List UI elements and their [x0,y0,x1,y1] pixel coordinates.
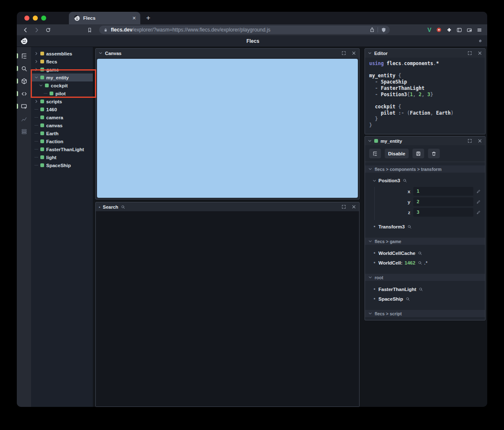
sidebar-toggle-icon[interactable] [457,27,462,33]
tab-close-icon[interactable]: ✕ [132,16,136,21]
search-icon[interactable] [419,287,423,291]
tables-rows-icon[interactable] [17,126,31,137]
entities-cube-icon[interactable] [17,76,31,87]
collapse-chevron-icon[interactable] [99,51,102,55]
save-button[interactable] [412,149,424,158]
flecs-logo-icon[interactable] [20,37,28,45]
tree-item-canvas[interactable]: canvas [31,121,93,129]
chevron-right-icon[interactable] [34,68,38,71]
search-icon[interactable] [406,297,410,301]
component-row-WorldCell[interactable]: •WorldCell:1462.* [373,260,482,266]
tree-item-1460[interactable]: 1460 [31,105,93,113]
edit-pencil-icon[interactable] [476,210,481,215]
back-icon[interactable] [23,27,28,33]
tree-item-my_entity[interactable]: my_entity [31,73,93,81]
component-sections: flecs > components > transformPosition3x… [365,162,485,320]
tree-item-SpaceShip[interactable]: SpaceShip [31,161,93,169]
brave-shield-icon[interactable] [381,27,386,33]
script-code-icon[interactable] [17,88,31,99]
browser-menu-icon[interactable] [477,27,482,33]
edit-pencil-icon[interactable] [476,199,481,204]
fullscreen-icon[interactable] [341,205,346,209]
field-value-input[interactable]: 3 [413,208,473,217]
tree-item-light[interactable]: light [31,153,93,161]
query-search-icon[interactable] [17,63,31,74]
section-header[interactable]: flecs > game [365,238,485,245]
tree-item-Earth[interactable]: Earth [31,129,93,137]
statistics-chart-icon[interactable] [17,113,31,124]
component-row-SpaceShip[interactable]: •SpaceShip [373,296,482,302]
tree-item-flecs[interactable]: flecs [31,58,93,66]
address-bar[interactable]: flecs.dev/explorer/?wasm=https://www.fle… [99,26,390,34]
reload-icon[interactable] [45,27,51,33]
tree-item-FasterThanLight[interactable]: FasterThanLight [31,145,93,153]
code-line: } [369,122,481,128]
fullscreen-icon[interactable] [341,51,346,55]
search-icon[interactable] [407,225,412,229]
chevron-right-icon[interactable] [34,60,38,63]
chevron-right-icon[interactable] [34,100,38,103]
component-row-Transform3[interactable]: •Transform3 [373,224,482,230]
tree-item-Faction[interactable]: Faction [31,137,93,145]
component-row-WorldCellCache[interactable]: •WorldCellCache [373,250,482,256]
search-icon[interactable] [418,261,422,265]
collapse-chevron-icon[interactable] [368,139,372,143]
chevron-right-icon[interactable] [34,52,38,55]
share-icon[interactable] [370,27,375,32]
disable-button[interactable]: Disable [385,149,409,158]
section-header[interactable]: root [365,274,485,281]
browser-tab-flecs[interactable]: Flecs ✕ [69,12,140,24]
wallet-icon[interactable] [467,27,472,33]
chevron-down-icon[interactable] [39,84,43,87]
entity-tree-icon[interactable] [17,50,31,61]
tree-item-game[interactable]: game [31,66,93,73]
bookmark-icon[interactable] [87,27,92,33]
delete-button[interactable] [428,149,440,158]
chevron-down-icon[interactable] [34,76,38,79]
new-tab-button[interactable]: + [146,14,150,22]
close-panel-icon[interactable] [478,139,482,143]
bullet-icon[interactable]: • [99,205,100,210]
section-header[interactable]: flecs > script [365,310,485,317]
bullet-icon[interactable]: • [373,250,376,256]
bullet-icon[interactable]: • [373,224,376,230]
extensions-puzzle-icon[interactable] [446,27,452,33]
vue-devtools-icon[interactable]: V [428,26,431,33]
field-value-input[interactable]: 1 [413,187,473,196]
tree-view-button[interactable] [369,149,381,158]
collapse-chevron-icon[interactable] [368,51,372,55]
code-line: my_entity { [369,73,481,79]
component-row-Position3[interactable]: Position3 [373,178,482,183]
search-icon[interactable] [403,178,407,183]
field-value-input[interactable]: 2 [413,197,473,206]
inspector-window-icon[interactable] [17,101,31,112]
close-panel-icon[interactable] [478,51,482,55]
minimize-window-button[interactable] [33,16,38,21]
tree-item-cockpit[interactable]: cockpit [31,81,93,89]
fullscreen-icon[interactable] [467,139,472,143]
share-link-icon[interactable] [478,38,483,44]
zoom-window-button[interactable] [41,16,46,21]
tree-item-assemblies[interactable]: assemblies [31,50,93,58]
edit-pencil-icon[interactable] [476,189,481,194]
tree-item-pilot[interactable]: pilot [31,89,93,97]
close-panel-icon[interactable] [352,51,356,55]
tree-item-camera[interactable]: camera [31,113,93,121]
search-icon[interactable] [121,205,125,209]
red-extension-icon[interactable] [436,27,442,33]
code-editor[interactable]: using flecs.components.*my_entity { - Sp… [365,58,485,134]
bullet-icon[interactable]: • [373,260,376,266]
bullet-icon[interactable]: • [373,296,376,302]
tree-item-scripts[interactable]: scripts [31,97,93,105]
component-row-FasterThanLight[interactable]: •FasterThanLight [373,286,482,292]
close-panel-icon[interactable] [352,205,356,209]
forward-icon[interactable] [34,27,39,33]
chevron-down-icon[interactable] [373,179,376,183]
render-canvas[interactable] [97,59,358,198]
fullscreen-icon[interactable] [467,51,472,55]
section-header[interactable]: flecs > components > transform [365,165,485,173]
search-icon[interactable] [418,251,422,255]
search-results-area[interactable] [96,211,359,406]
bullet-icon[interactable]: • [373,286,376,292]
close-window-button[interactable] [24,16,29,21]
